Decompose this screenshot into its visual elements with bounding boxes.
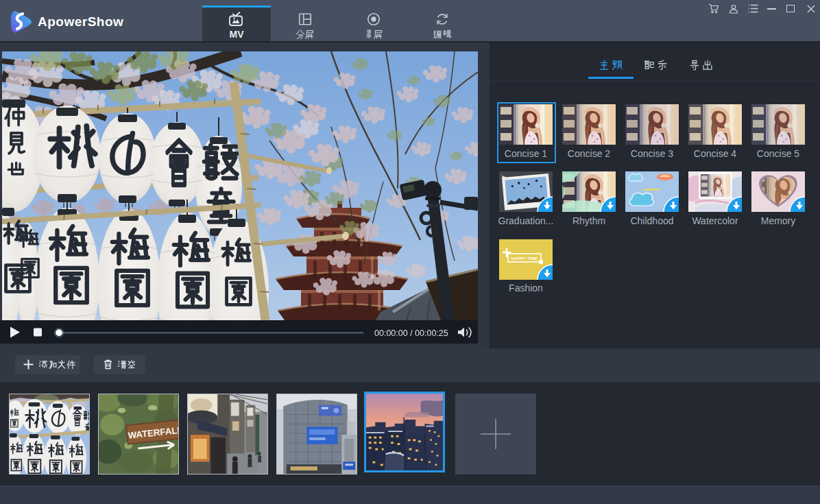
svg-text:HAPPY TIME: HAPPY TIME xyxy=(511,256,538,261)
svg-text:00:00:00 / 00:00:25: 00:00:00 / 00:00:25 xyxy=(374,328,448,338)
